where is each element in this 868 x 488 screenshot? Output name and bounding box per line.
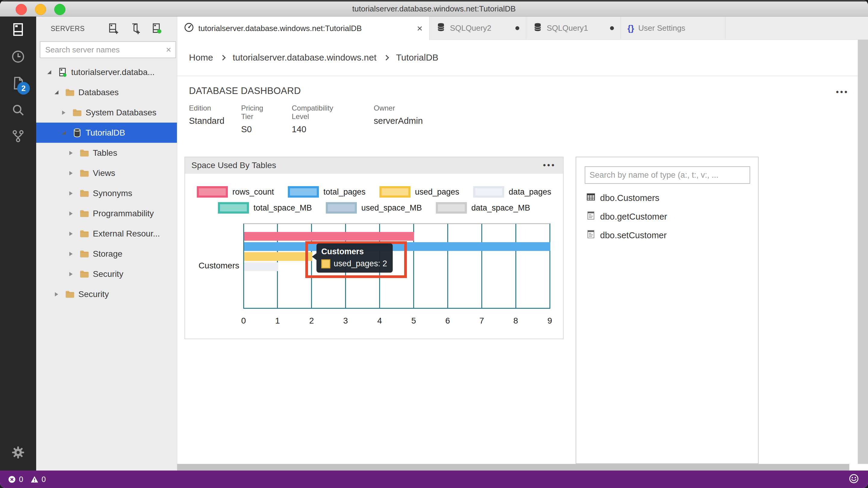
clear-search-icon[interactable]: ×	[161, 44, 176, 55]
twisty-collapsed-icon[interactable]	[67, 191, 75, 195]
dashboard-actions-ellipsis[interactable]: •••	[836, 87, 849, 97]
folder-icon	[63, 290, 76, 299]
legend-swatch	[473, 186, 504, 198]
activity-bar: 2	[0, 17, 36, 470]
twisty-collapsed-icon[interactable]	[67, 171, 75, 175]
plot-bottom-axis	[244, 308, 550, 309]
settings-gear-icon[interactable]	[11, 445, 25, 460]
feedback-smiley-icon[interactable]	[849, 474, 859, 485]
property-value: 140	[292, 124, 333, 134]
legend-item-used-space-mb[interactable]: used_space_MB	[326, 202, 422, 214]
legend-item-rows-count[interactable]: rows_count	[197, 186, 274, 198]
new-connection-icon[interactable]	[107, 23, 120, 35]
twisty-expanded-icon[interactable]	[60, 131, 67, 135]
close-window-button[interactable]	[16, 4, 27, 15]
twisty-expanded-icon[interactable]	[45, 70, 53, 74]
tree-item-tables[interactable]: Tables	[36, 143, 177, 163]
breadcrumb-item-tutorialserver-database-windows-net[interactable]: tutorialserver.database.windows.net	[233, 53, 376, 63]
tree-item-synonyms[interactable]: Synonyms	[36, 183, 177, 203]
tree-item-label: Security	[79, 290, 109, 299]
sidebar-panel-title: SERVERS	[51, 17, 85, 41]
minimize-window-button[interactable]	[35, 4, 46, 15]
twisty-expanded-icon[interactable]	[53, 90, 60, 94]
tree-item-system-databases[interactable]: System Databases	[36, 102, 177, 123]
legend-item-used-pages[interactable]: used_pages	[379, 186, 459, 198]
property-value: Standard	[189, 116, 224, 126]
object-item-dbo-setcustomer[interactable]: dbo.setCustomer	[576, 226, 758, 245]
tab-user-settings[interactable]: {}User Settings	[621, 17, 725, 40]
vertical-scrollbar[interactable]	[858, 40, 868, 464]
tree-item-databases[interactable]: Databases	[36, 82, 177, 102]
property-compatibility-level: Compatibility Level140	[292, 104, 333, 134]
source-control-icon[interactable]	[11, 129, 25, 143]
tree-item-tutorialdb[interactable]: TutorialDB	[36, 123, 177, 143]
close-tab-icon[interactable]: ×	[417, 24, 423, 33]
tab-tutorialserver-database-windows-net-tutorialdb[interactable]: tutorialserver.database.windows.net:Tuto…	[177, 17, 430, 40]
legend-swatch	[436, 202, 467, 214]
unsaved-changes-dot	[610, 26, 614, 30]
new-server-group-icon[interactable]	[129, 23, 141, 35]
tree-item-security[interactable]: Security	[36, 284, 177, 304]
widget-actions-ellipsis[interactable]: •••	[543, 161, 556, 170]
tree-item-external-resour[interactable]: External Resour...	[36, 224, 177, 244]
property-edition: EditionStandard	[189, 104, 224, 126]
bar-rows-count[interactable]	[244, 232, 414, 241]
breadcrumb-item-tutorialdb[interactable]: TutorialDB	[396, 53, 438, 63]
tab-sqlquery2[interactable]: SQLQuery2	[430, 17, 526, 40]
object-item-label: dbo.setCustomer	[600, 230, 667, 240]
object-list: dbo.Customersdbo.getCustomerdbo.setCusto…	[576, 189, 758, 245]
tree-item-label: Security	[93, 269, 123, 279]
legend-swatch	[197, 186, 228, 198]
task-history-icon[interactable]	[11, 50, 25, 64]
search-objects-widget: dbo.Customersdbo.getCustomerdbo.setCusto…	[576, 157, 758, 464]
server-search-input[interactable]	[40, 45, 161, 55]
stored-procedure-icon	[586, 210, 596, 223]
zoom-window-button[interactable]	[54, 4, 65, 15]
legend-item-data-pages[interactable]: data_pages	[473, 186, 551, 198]
active-connections-icon[interactable]	[151, 23, 163, 35]
tree-item-tutorialserver-databa[interactable]: tutorialserver.databa...	[36, 62, 177, 82]
server-tree: tutorialserver.databa...DatabasesSystem …	[36, 62, 177, 304]
legend-item-total-pages[interactable]: total_pages	[288, 186, 366, 198]
tree-item-storage[interactable]: Storage	[36, 244, 177, 264]
folder-icon	[78, 189, 91, 198]
twisty-collapsed-icon[interactable]	[67, 232, 75, 236]
tree-item-label: tutorialserver.databa...	[71, 67, 155, 77]
servers-icon[interactable]	[11, 22, 25, 37]
table-icon	[586, 192, 596, 204]
app-window: tutorialserver.database.windows.net:Tuto…	[0, 0, 868, 488]
bar-used-pages[interactable]	[244, 252, 312, 261]
tree-item-programmability[interactable]: Programmability	[36, 203, 177, 224]
folder-icon	[78, 148, 91, 158]
twisty-collapsed-icon[interactable]	[67, 151, 75, 155]
breadcrumb-item-home[interactable]: Home	[189, 53, 213, 63]
twisty-collapsed-icon[interactable]	[67, 212, 75, 216]
tree-item-security[interactable]: Security	[36, 264, 177, 284]
bar-data-pages[interactable]	[244, 262, 278, 271]
twisty-collapsed-icon[interactable]	[67, 252, 75, 256]
legend-item-data-space-mb[interactable]: data_space_MB	[436, 202, 530, 214]
errors-icon[interactable]	[8, 475, 16, 484]
x-tick-label: 5	[404, 316, 423, 326]
folder-icon	[78, 249, 91, 258]
legend-item-total-space-mb[interactable]: total_space_MB	[218, 202, 312, 214]
tab-sqlquery1[interactable]: SQLQuery1	[526, 17, 621, 40]
twisty-collapsed-icon[interactable]	[53, 292, 60, 296]
warnings-icon[interactable]	[30, 475, 38, 484]
twisty-collapsed-icon[interactable]	[67, 272, 75, 276]
object-search-input[interactable]	[585, 166, 750, 184]
legend-swatch	[218, 202, 249, 214]
plot-top-axis	[243, 223, 551, 224]
object-item-label: dbo.Customers	[600, 193, 659, 203]
twisty-collapsed-icon[interactable]	[60, 110, 67, 115]
horizontal-scrollbar[interactable]	[177, 464, 849, 470]
chart-tooltip: Customers used_pages: 2	[316, 243, 393, 272]
window-top-edge	[0, 0, 868, 1]
legend-label: rows_count	[232, 187, 274, 197]
tree-item-views[interactable]: Views	[36, 163, 177, 183]
object-item-dbo-customers[interactable]: dbo.Customers	[576, 189, 758, 207]
tree-item-label: Tables	[93, 148, 117, 158]
search-icon[interactable]	[11, 103, 25, 117]
object-item-dbo-getcustomer[interactable]: dbo.getCustomer	[576, 207, 758, 226]
tree-item-label: Programmability	[93, 209, 154, 218]
